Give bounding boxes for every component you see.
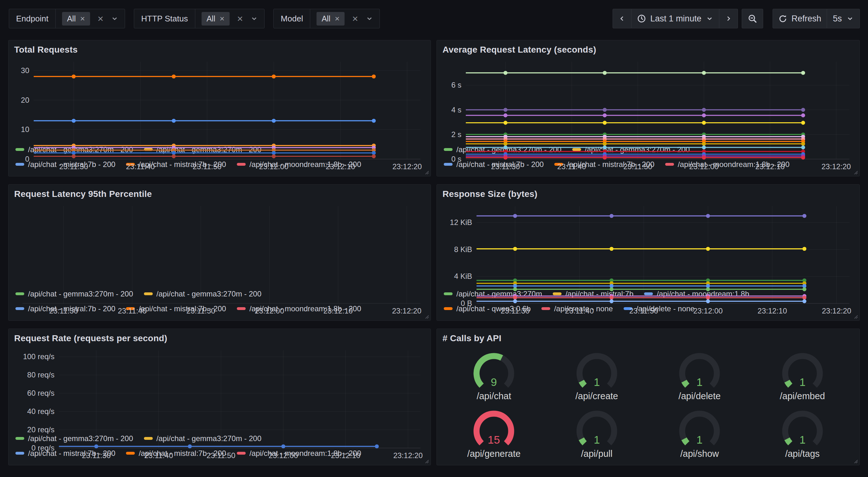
x-tick-label: 23:11:40 — [144, 451, 173, 460]
panel-resize-handle[interactable] — [852, 169, 858, 175]
chart-canvas: 23:11:3023:11:4023:11:5023:12:0023:12:10… — [14, 58, 425, 172]
x-tick-label: 23:11:50 — [186, 306, 215, 315]
y-tick-label: 0 s — [451, 155, 461, 163]
time-forward-button[interactable] — [719, 9, 738, 28]
panel-resize-handle[interactable] — [423, 458, 429, 464]
refresh-interval-button[interactable]: 5s — [827, 9, 860, 28]
zoom-out-button[interactable] — [742, 9, 763, 28]
gauge-arc: 1 — [671, 407, 728, 448]
series-point — [603, 113, 607, 118]
gauge-value: 1 — [594, 376, 600, 388]
series-point — [702, 113, 706, 118]
panel-resize-handle[interactable] — [852, 458, 858, 464]
gauge-arc: 1 — [568, 407, 625, 448]
chevron-down-icon[interactable] — [111, 15, 118, 22]
gauge-value-arc — [581, 439, 585, 443]
timeseries-chart[interactable]: 23:11:3023:11:4023:11:5023:12:0023:12:10… — [14, 347, 425, 431]
filter-model-value[interactable]: All × × — [310, 9, 379, 28]
filter-http-status-chip[interactable]: All × — [202, 12, 229, 26]
gauge-value: 9 — [491, 376, 497, 388]
x-tick-label: 23:11:40 — [565, 306, 594, 315]
x-tick-label: 23:12:00 — [259, 162, 288, 171]
timeseries-chart[interactable]: 23:11:3023:11:4023:11:5023:12:0023:12:10… — [442, 58, 854, 142]
panel-title: # Calls by API — [442, 333, 854, 347]
chip-remove-icon[interactable]: × — [219, 14, 224, 23]
series-point — [801, 156, 805, 160]
series-point — [94, 444, 98, 448]
timeseries-chart[interactable]: 23:11:3023:11:4023:11:5023:12:0023:12:10… — [14, 58, 425, 142]
y-tick-label: 2 s — [451, 130, 461, 139]
timeseries-chart[interactable]: 23:11:3023:11:4023:11:5023:12:0023:12:10… — [14, 202, 425, 287]
chevron-down-icon — [846, 15, 854, 22]
series-point — [702, 142, 706, 146]
gauge-label: /api/show — [680, 449, 719, 459]
filter-endpoint-label: Endpoint — [9, 9, 56, 28]
y-tick-label: 30 — [21, 66, 29, 75]
x-tick-label: 23:12:20 — [392, 306, 422, 315]
filter-model-chip[interactable]: All × — [316, 12, 345, 26]
series-point — [801, 113, 805, 118]
series-point — [603, 71, 607, 75]
chevron-down-icon[interactable] — [250, 15, 258, 22]
y-tick-label: 12 KiB — [450, 218, 472, 227]
panel-response-size: Response Size (bytes) 23:11:3023:11:4023… — [436, 184, 860, 321]
filter-endpoint-value[interactable]: All × × — [56, 9, 125, 28]
y-tick-label: 100 req/s — [23, 352, 55, 361]
series-point — [372, 75, 376, 79]
panel-title: Request Latency 95th Percentile — [14, 189, 425, 202]
timeseries-chart[interactable]: 23:11:3023:11:4023:11:5023:12:0023:12:10… — [442, 202, 854, 287]
series-point — [706, 214, 710, 218]
gauge-value-arc — [581, 381, 585, 386]
series-point — [504, 121, 508, 125]
dashboard-toolbar: Endpoint All × × HTTP Status All × × — [9, 9, 860, 28]
time-range-button[interactable]: Last 1 minute — [631, 9, 719, 28]
gauge-value: 1 — [697, 434, 703, 446]
series-point — [272, 75, 276, 79]
panel-resize-handle[interactable] — [852, 313, 858, 319]
clear-filter-icon[interactable]: × — [237, 13, 243, 24]
x-tick-label: 23:11:30 — [49, 306, 78, 315]
series-point — [801, 142, 805, 146]
panel-resize-handle[interactable] — [423, 313, 429, 319]
series-point — [706, 296, 710, 300]
series-point — [281, 444, 285, 448]
x-tick-label: 23:11:30 — [59, 162, 88, 171]
series-point — [702, 156, 706, 160]
series-point — [72, 154, 76, 158]
panel-resize-handle[interactable] — [423, 169, 429, 175]
filter-bar: Endpoint All × × HTTP Status All × × — [9, 9, 380, 28]
series-point — [172, 119, 176, 123]
y-tick-label: 60 req/s — [27, 389, 55, 397]
chart-canvas: 23:11:3023:11:4023:11:5023:12:0023:12:10… — [442, 202, 854, 316]
series-point — [603, 142, 607, 146]
series-point — [702, 146, 706, 150]
series-point — [513, 247, 517, 251]
gauge-arc: 1 — [774, 407, 831, 448]
chip-remove-icon[interactable]: × — [80, 14, 85, 23]
refresh-interval-label: 5s — [833, 14, 842, 24]
series-point — [803, 287, 807, 292]
series-point — [801, 146, 805, 150]
clear-filter-icon[interactable]: × — [352, 13, 358, 24]
y-tick-label: 10 — [21, 125, 29, 133]
chip-label: All — [207, 14, 215, 23]
y-tick-label: 0 B — [461, 299, 472, 307]
filter-endpoint-chip[interactable]: All × — [62, 12, 90, 26]
refresh-button[interactable]: Refresh — [773, 9, 827, 28]
x-tick-label: 23:11:50 — [623, 162, 652, 171]
y-tick-label: 6 s — [451, 81, 461, 89]
clear-filter-icon[interactable]: × — [98, 13, 104, 24]
chevron-down-icon[interactable] — [366, 15, 373, 22]
series-point — [702, 108, 706, 112]
filter-model-label: Model — [274, 9, 310, 28]
gauge-label: /api/chat — [476, 391, 511, 401]
x-tick-label: 23:12:00 — [269, 451, 298, 460]
chip-remove-icon[interactable]: × — [335, 14, 340, 23]
gauge-arc: 1 — [568, 349, 625, 390]
panel-average-request-latency: Average Request Latency (seconds) 23:11:… — [436, 40, 860, 176]
series-point — [513, 214, 517, 218]
series-point — [72, 151, 76, 155]
filter-http-status-value[interactable]: All × × — [195, 9, 265, 28]
time-back-button[interactable] — [613, 9, 631, 28]
series-point — [504, 108, 508, 112]
